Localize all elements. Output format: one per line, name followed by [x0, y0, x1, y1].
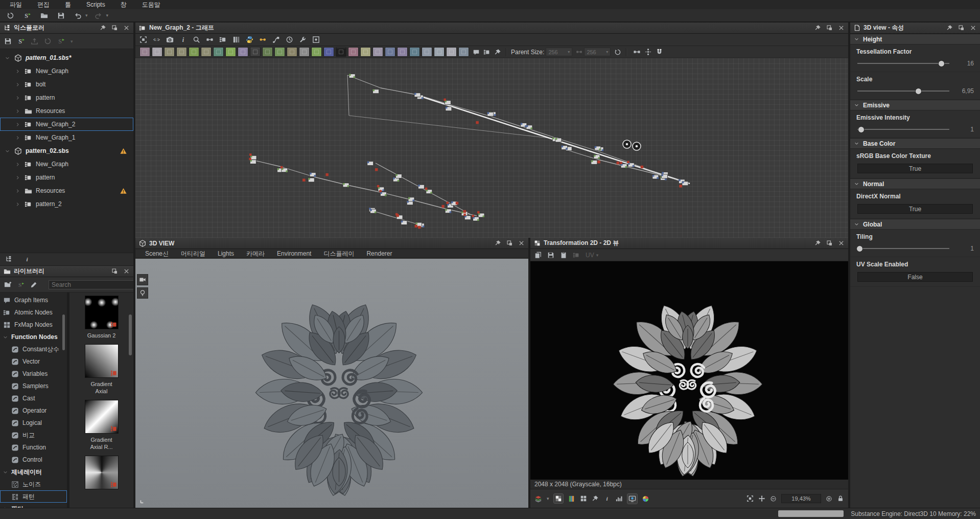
library-item[interactable]: Gaussian 2 — [85, 296, 119, 339]
library-item[interactable]: Gradient Axial R... — [85, 400, 119, 450]
explorer-tree-row[interactable]: Resources — [0, 184, 133, 197]
slider-track[interactable] — [856, 126, 950, 133]
section-header[interactable]: Normal — [850, 178, 980, 189]
library-category-row[interactable]: Control — [0, 454, 67, 466]
expander-icon[interactable] — [14, 82, 21, 87]
atomic-node-button[interactable] — [336, 47, 346, 57]
display-profile-button[interactable] — [627, 494, 637, 504]
auto-connect-button[interactable] — [633, 48, 641, 56]
lock-zoom-button[interactable] — [837, 495, 844, 502]
section-header[interactable]: Height — [850, 34, 980, 44]
expander-icon[interactable] — [3, 470, 8, 475]
new-folder-button[interactable] — [4, 281, 12, 288]
view2d-canvas[interactable] — [530, 261, 848, 480]
save-button[interactable] — [4, 37, 12, 45]
actual-size-button[interactable]: 1:1 — [153, 36, 160, 43]
explorer-tree-row[interactable]: pattern_01.sbs* — [0, 51, 133, 64]
explorer-tree-row[interactable]: Resources — [0, 104, 133, 118]
expander-icon[interactable] — [3, 335, 8, 340]
expander-icon[interactable] — [854, 141, 859, 146]
atomic-node-button[interactable] — [360, 47, 371, 57]
float-panel-button[interactable] — [826, 25, 833, 31]
item-thumbnail[interactable] — [85, 400, 119, 434]
expander-icon[interactable] — [14, 162, 21, 167]
menu-item[interactable]: 창 — [113, 0, 134, 9]
atomic-node-button[interactable] — [409, 47, 420, 57]
link-more-button[interactable]: S — [57, 37, 65, 45]
menu-item[interactable]: 파일 — [2, 0, 30, 9]
atomic-node-button[interactable] — [385, 47, 395, 57]
expander-icon[interactable] — [14, 202, 21, 207]
explorer-tree-row[interactable]: New_Graph — [0, 64, 133, 78]
atomic-node-button[interactable] — [446, 47, 457, 57]
compute-time-button[interactable] — [286, 36, 293, 43]
library-category-row[interactable]: Constant상수 — [0, 343, 67, 355]
expander-icon[interactable] — [14, 122, 21, 127]
toggle-value-button[interactable]: False — [857, 272, 973, 282]
explorer-tree-row[interactable]: pattern — [0, 91, 133, 104]
item-thumbnail[interactable] — [85, 344, 119, 378]
float-panel-button[interactable] — [958, 25, 965, 31]
atomic-node-button[interactable] — [201, 47, 212, 57]
fit-view-button[interactable] — [746, 495, 754, 502]
open-button[interactable] — [38, 10, 50, 20]
pin-panel-button[interactable] — [814, 240, 821, 246]
atomic-node-button[interactable] — [262, 47, 273, 57]
slider-handle[interactable] — [938, 60, 945, 67]
zoom-button[interactable] — [193, 36, 200, 43]
zoom-in-button[interactable] — [826, 495, 832, 502]
python-editor-button[interactable] — [246, 36, 253, 43]
float-panel-button[interactable] — [826, 240, 833, 246]
expander-icon[interactable] — [14, 136, 21, 140]
background-checker-button[interactable] — [554, 494, 563, 503]
close-panel-button[interactable] — [123, 25, 130, 31]
histogram-button[interactable] — [615, 495, 623, 503]
atomic-node-button[interactable] — [311, 47, 322, 57]
atomic-node-button[interactable] — [372, 47, 383, 57]
tiling-button[interactable] — [580, 495, 587, 502]
expander-icon[interactable] — [14, 175, 21, 180]
view3d-menu-item[interactable]: 디스플레이 — [318, 249, 360, 258]
slider-handle[interactable] — [856, 245, 863, 252]
library-category-row[interactable]: Variables — [0, 368, 67, 380]
graph-canvas[interactable] — [135, 58, 848, 238]
transform-widget-button[interactable] — [592, 495, 599, 502]
slider-handle[interactable] — [858, 126, 865, 133]
close-panel-button[interactable] — [970, 25, 976, 31]
atomic-node-button[interactable] — [287, 47, 297, 57]
node-finder-button[interactable] — [219, 36, 227, 43]
frame-all-button[interactable] — [139, 36, 147, 43]
close-panel-button[interactable] — [838, 240, 845, 246]
new-from-template-button[interactable]: S — [21, 10, 33, 20]
redo-button[interactable] — [92, 10, 105, 20]
pan-button[interactable] — [758, 495, 765, 502]
zoom-level-field[interactable]: 19,43% — [781, 494, 821, 503]
atomic-node-button[interactable] — [323, 47, 334, 57]
atomic-node-button[interactable] — [458, 47, 469, 57]
magnet-snap-button[interactable] — [656, 48, 663, 56]
library-category-row[interactable]: Function — [0, 441, 67, 454]
atomic-node-button[interactable] — [225, 47, 236, 57]
undo-button[interactable] — [72, 10, 84, 20]
expander-icon[interactable] — [854, 103, 859, 107]
copy-image-button[interactable] — [560, 252, 567, 259]
gradient-background-button[interactable] — [568, 495, 575, 503]
reload-button[interactable] — [44, 37, 52, 45]
bezier-links-button[interactable] — [272, 36, 280, 43]
library-category-row[interactable]: Function Nodes — [0, 331, 67, 343]
connection-style-button[interactable] — [259, 36, 267, 43]
library-item[interactable] — [85, 456, 119, 489]
pin-node-button[interactable] — [494, 49, 501, 56]
focus-output-button[interactable] — [312, 36, 320, 43]
new-substance-button[interactable] — [4, 10, 16, 20]
atomic-node-button[interactable] — [397, 47, 408, 57]
view3d-menu-item[interactable]: Environment — [271, 249, 317, 258]
columns-button[interactable] — [232, 36, 240, 43]
expander-icon[interactable] — [4, 149, 11, 153]
resize-corner-icon[interactable] — [139, 497, 146, 504]
edit-filter-button[interactable] — [30, 281, 37, 288]
atomic-node-button[interactable] — [250, 47, 261, 57]
section-header[interactable]: Emissive — [850, 100, 980, 110]
atomic-node-button[interactable] — [139, 47, 150, 57]
expander-icon[interactable] — [14, 69, 21, 74]
